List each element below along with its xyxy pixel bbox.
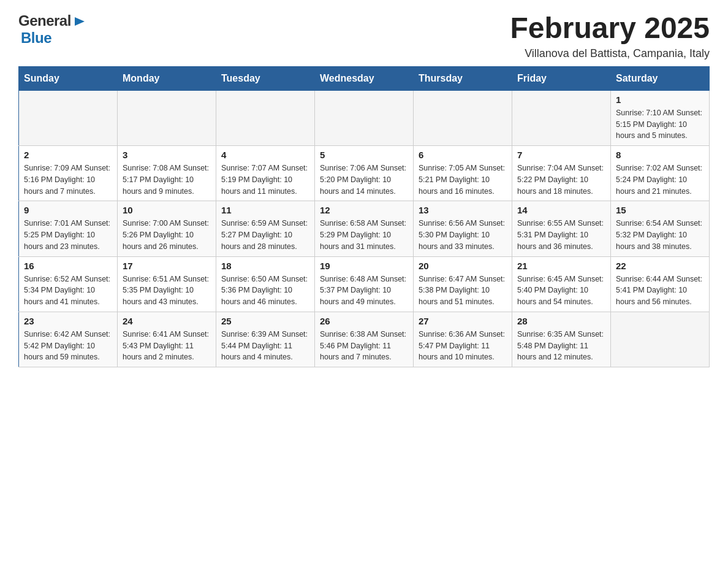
day-info: Sunrise: 6:44 AM Sunset: 5:41 PM Dayligh… bbox=[616, 274, 704, 308]
day-number: 2 bbox=[24, 150, 112, 160]
calendar-cell: 10Sunrise: 7:00 AM Sunset: 5:26 PM Dayli… bbox=[118, 201, 216, 256]
day-info: Sunrise: 6:36 AM Sunset: 5:47 PM Dayligh… bbox=[419, 329, 507, 363]
week-row-3: 9Sunrise: 7:01 AM Sunset: 5:25 PM Daylig… bbox=[19, 201, 710, 256]
day-number: 25 bbox=[221, 316, 309, 326]
day-number: 15 bbox=[616, 205, 704, 215]
day-info: Sunrise: 6:55 AM Sunset: 5:31 PM Dayligh… bbox=[517, 218, 605, 252]
calendar-cell: 5Sunrise: 7:06 AM Sunset: 5:20 PM Daylig… bbox=[315, 146, 414, 201]
calendar-cell bbox=[216, 90, 315, 145]
calendar-cell bbox=[315, 90, 414, 145]
calendar-cell: 17Sunrise: 6:51 AM Sunset: 5:35 PM Dayli… bbox=[118, 256, 216, 312]
day-number: 8 bbox=[616, 150, 704, 160]
calendar-cell: 27Sunrise: 6:36 AM Sunset: 5:47 PM Dayli… bbox=[414, 312, 512, 367]
day-number: 24 bbox=[123, 316, 211, 326]
day-number: 3 bbox=[123, 150, 211, 160]
weekday-header-wednesday: Wednesday bbox=[315, 66, 414, 90]
title-section: February 2025 Villanova del Battista, Ca… bbox=[510, 12, 710, 60]
calendar-cell bbox=[611, 312, 710, 367]
location-text: Villanova del Battista, Campania, Italy bbox=[510, 47, 710, 60]
logo-triangle-icon bbox=[72, 15, 86, 28]
calendar-cell: 3Sunrise: 7:08 AM Sunset: 5:17 PM Daylig… bbox=[118, 146, 216, 201]
logo: General Blue bbox=[18, 12, 86, 47]
week-row-2: 2Sunrise: 7:09 AM Sunset: 5:16 PM Daylig… bbox=[19, 146, 710, 201]
weekday-header-row: SundayMondayTuesdayWednesdayThursdayFrid… bbox=[19, 66, 710, 90]
page-header: General Blue February 2025 Villanova del… bbox=[18, 12, 710, 60]
week-row-5: 23Sunrise: 6:42 AM Sunset: 5:42 PM Dayli… bbox=[19, 312, 710, 367]
day-info: Sunrise: 6:42 AM Sunset: 5:42 PM Dayligh… bbox=[24, 329, 112, 363]
svg-marker-0 bbox=[75, 17, 85, 26]
weekday-header-monday: Monday bbox=[118, 66, 216, 90]
day-info: Sunrise: 6:35 AM Sunset: 5:48 PM Dayligh… bbox=[517, 329, 605, 363]
day-number: 12 bbox=[320, 205, 408, 215]
day-number: 19 bbox=[320, 261, 408, 271]
day-number: 21 bbox=[517, 261, 605, 271]
day-info: Sunrise: 6:38 AM Sunset: 5:46 PM Dayligh… bbox=[320, 329, 408, 363]
calendar-cell: 21Sunrise: 6:45 AM Sunset: 5:40 PM Dayli… bbox=[512, 256, 611, 312]
weekday-header-tuesday: Tuesday bbox=[216, 66, 315, 90]
day-info: Sunrise: 7:01 AM Sunset: 5:25 PM Dayligh… bbox=[24, 218, 112, 252]
calendar-cell bbox=[118, 90, 216, 145]
day-info: Sunrise: 6:50 AM Sunset: 5:36 PM Dayligh… bbox=[221, 274, 309, 308]
calendar-cell: 22Sunrise: 6:44 AM Sunset: 5:41 PM Dayli… bbox=[611, 256, 710, 312]
day-info: Sunrise: 7:04 AM Sunset: 5:22 PM Dayligh… bbox=[517, 163, 605, 197]
calendar-cell: 11Sunrise: 6:59 AM Sunset: 5:27 PM Dayli… bbox=[216, 201, 315, 256]
day-info: Sunrise: 6:48 AM Sunset: 5:37 PM Dayligh… bbox=[320, 274, 408, 308]
day-number: 22 bbox=[616, 261, 704, 271]
day-number: 13 bbox=[419, 205, 507, 215]
calendar-cell: 7Sunrise: 7:04 AM Sunset: 5:22 PM Daylig… bbox=[512, 146, 611, 201]
calendar-cell bbox=[414, 90, 512, 145]
calendar-cell: 25Sunrise: 6:39 AM Sunset: 5:44 PM Dayli… bbox=[216, 312, 315, 367]
day-info: Sunrise: 6:41 AM Sunset: 5:43 PM Dayligh… bbox=[123, 329, 211, 363]
day-info: Sunrise: 7:00 AM Sunset: 5:26 PM Dayligh… bbox=[123, 218, 211, 252]
day-info: Sunrise: 6:56 AM Sunset: 5:30 PM Dayligh… bbox=[419, 218, 507, 252]
calendar-cell bbox=[19, 90, 118, 145]
calendar-cell: 13Sunrise: 6:56 AM Sunset: 5:30 PM Dayli… bbox=[414, 201, 512, 256]
calendar-table: SundayMondayTuesdayWednesdayThursdayFrid… bbox=[18, 66, 710, 367]
day-info: Sunrise: 7:07 AM Sunset: 5:19 PM Dayligh… bbox=[221, 163, 309, 197]
day-info: Sunrise: 7:10 AM Sunset: 5:15 PM Dayligh… bbox=[616, 107, 704, 142]
day-info: Sunrise: 6:39 AM Sunset: 5:44 PM Dayligh… bbox=[221, 329, 309, 363]
day-number: 17 bbox=[123, 261, 211, 271]
day-number: 1 bbox=[616, 94, 704, 105]
calendar-cell: 28Sunrise: 6:35 AM Sunset: 5:48 PM Dayli… bbox=[512, 312, 611, 367]
day-info: Sunrise: 6:47 AM Sunset: 5:38 PM Dayligh… bbox=[419, 274, 507, 308]
calendar-cell: 16Sunrise: 6:52 AM Sunset: 5:34 PM Dayli… bbox=[19, 256, 118, 312]
day-info: Sunrise: 7:09 AM Sunset: 5:16 PM Dayligh… bbox=[24, 163, 112, 197]
calendar-cell: 6Sunrise: 7:05 AM Sunset: 5:21 PM Daylig… bbox=[414, 146, 512, 201]
day-info: Sunrise: 6:59 AM Sunset: 5:27 PM Dayligh… bbox=[221, 218, 309, 252]
calendar-cell: 23Sunrise: 6:42 AM Sunset: 5:42 PM Dayli… bbox=[19, 312, 118, 367]
day-info: Sunrise: 7:08 AM Sunset: 5:17 PM Dayligh… bbox=[123, 163, 211, 197]
day-number: 14 bbox=[517, 205, 605, 215]
weekday-header-thursday: Thursday bbox=[414, 66, 512, 90]
day-number: 20 bbox=[419, 261, 507, 271]
day-info: Sunrise: 6:52 AM Sunset: 5:34 PM Dayligh… bbox=[24, 274, 112, 308]
calendar-cell: 2Sunrise: 7:09 AM Sunset: 5:16 PM Daylig… bbox=[19, 146, 118, 201]
calendar-cell bbox=[512, 90, 611, 145]
day-info: Sunrise: 7:05 AM Sunset: 5:21 PM Dayligh… bbox=[419, 163, 507, 197]
weekday-header-sunday: Sunday bbox=[19, 66, 118, 90]
day-number: 9 bbox=[24, 205, 112, 215]
calendar-cell: 8Sunrise: 7:02 AM Sunset: 5:24 PM Daylig… bbox=[611, 146, 710, 201]
day-number: 11 bbox=[221, 205, 309, 215]
week-row-4: 16Sunrise: 6:52 AM Sunset: 5:34 PM Dayli… bbox=[19, 256, 710, 312]
calendar-cell: 20Sunrise: 6:47 AM Sunset: 5:38 PM Dayli… bbox=[414, 256, 512, 312]
day-number: 7 bbox=[517, 150, 605, 160]
calendar-cell: 24Sunrise: 6:41 AM Sunset: 5:43 PM Dayli… bbox=[118, 312, 216, 367]
calendar-cell: 19Sunrise: 6:48 AM Sunset: 5:37 PM Dayli… bbox=[315, 256, 414, 312]
calendar-cell: 14Sunrise: 6:55 AM Sunset: 5:31 PM Dayli… bbox=[512, 201, 611, 256]
day-number: 6 bbox=[419, 150, 507, 160]
calendar-cell: 12Sunrise: 6:58 AM Sunset: 5:29 PM Dayli… bbox=[315, 201, 414, 256]
calendar-cell: 15Sunrise: 6:54 AM Sunset: 5:32 PM Dayli… bbox=[611, 201, 710, 256]
day-number: 10 bbox=[123, 205, 211, 215]
calendar-cell: 9Sunrise: 7:01 AM Sunset: 5:25 PM Daylig… bbox=[19, 201, 118, 256]
calendar-cell: 26Sunrise: 6:38 AM Sunset: 5:46 PM Dayli… bbox=[315, 312, 414, 367]
calendar-cell: 4Sunrise: 7:07 AM Sunset: 5:19 PM Daylig… bbox=[216, 146, 315, 201]
logo-general-text: General bbox=[18, 12, 71, 29]
day-number: 18 bbox=[221, 261, 309, 271]
calendar-cell: 1Sunrise: 7:10 AM Sunset: 5:15 PM Daylig… bbox=[611, 90, 710, 145]
calendar-cell: 18Sunrise: 6:50 AM Sunset: 5:36 PM Dayli… bbox=[216, 256, 315, 312]
day-number: 16 bbox=[24, 261, 112, 271]
day-number: 5 bbox=[320, 150, 408, 160]
day-info: Sunrise: 6:45 AM Sunset: 5:40 PM Dayligh… bbox=[517, 274, 605, 308]
day-info: Sunrise: 6:51 AM Sunset: 5:35 PM Dayligh… bbox=[123, 274, 211, 308]
